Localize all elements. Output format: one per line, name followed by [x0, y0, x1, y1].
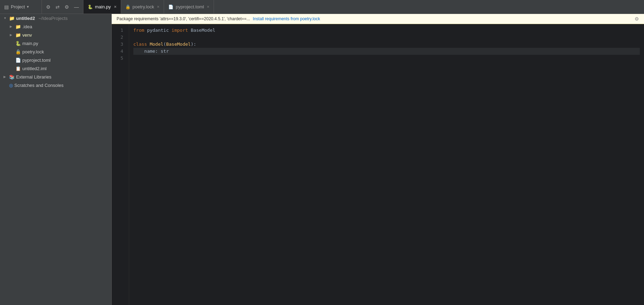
venv-folder-icon: 📁 [15, 32, 21, 38]
sidebar-item-external-libs[interactable]: ▶ 📚 External Libraries [0, 73, 111, 81]
main-py-label: main.py [22, 41, 38, 46]
base-model-ref: BaseModel [166, 41, 191, 48]
idea-label: .idea [22, 24, 32, 29]
idea-folder-icon: 📁 [15, 24, 21, 29]
pkg-banner-text: Package requirements 'attrs==19.3.0', 'c… [117, 16, 250, 21]
external-libs-label: External Libraries [16, 74, 51, 80]
line-num-5: 5 [112, 55, 126, 62]
editor-area: Package requirements 'attrs==19.3.0', 'c… [112, 14, 644, 305]
class-name: Model [150, 41, 163, 48]
code-line-1: from pydantic import BaseModel [133, 27, 640, 34]
tab-pyproject-toml-close[interactable]: ✕ [207, 5, 209, 9]
code-name-attr: name: str [133, 48, 169, 55]
code-line-3: class Model(BaseModel): [133, 41, 640, 48]
untitled2-iml-label: untitled2.iml [22, 66, 46, 71]
poetry-lock-icon: 🔒 [15, 49, 21, 54]
sidebar-item-scratches[interactable]: ◎ Scratches and Consoles [0, 81, 111, 89]
main-content: ▼ 📁 untitled2 ~/IdeaProjects ▶ 📁 .idea ▶… [0, 14, 644, 305]
package-banner: Package requirements 'attrs==19.3.0', 'c… [112, 14, 644, 24]
project-icon: ▤ [4, 4, 9, 10]
root-arrow: ▼ [3, 16, 8, 20]
tab-toml-icon: 📄 [168, 5, 173, 9]
code-line-4: name: str [133, 48, 640, 55]
idea-arrow: ▶ [10, 25, 14, 28]
toolbar-icons: ⚙ ⇄ ⚙ — [42, 0, 83, 14]
tab-pyproject-toml[interactable]: 📄 pyproject.toml ✕ [164, 0, 214, 14]
sidebar-item-pyproject-toml[interactable]: 📄 pyproject.toml [0, 56, 111, 64]
code-content[interactable]: from pydantic import BaseModel class Mod… [129, 24, 640, 305]
project-label: Project [11, 4, 25, 9]
sidebar-root[interactable]: ▼ 📁 untitled2 ~/IdeaProjects [0, 14, 111, 22]
split-icon[interactable]: ⇄ [54, 3, 61, 10]
line-num-4: 4 [112, 48, 126, 55]
minimize-icon[interactable]: — [73, 3, 80, 10]
scratches-label: Scratches and Consoles [14, 83, 64, 88]
tab-poetry-lock-label: poetry.lock [133, 4, 154, 9]
project-menu[interactable]: ▤ Project ▾ [0, 0, 42, 14]
sidebar: ▼ 📁 untitled2 ~/IdeaProjects ▶ 📁 .idea ▶… [0, 14, 112, 305]
tab-main-py-close[interactable]: ✕ [114, 5, 117, 9]
root-path: ~/IdeaProjects [38, 16, 67, 21]
code-editor[interactable]: 1 2 3 4 5 from pydantic import BaseModel… [112, 24, 644, 305]
scrollbar-track[interactable] [640, 24, 644, 305]
pyproject-toml-label: pyproject.toml [22, 58, 51, 63]
line-num-2: 2 [112, 34, 126, 41]
venv-arrow: ▶ [10, 33, 14, 37]
scratches-icon: ◎ [9, 83, 13, 88]
title-bar: ▤ Project ▾ ⚙ ⇄ ⚙ — 🐍 main.py ✕ 🔒 poetry… [0, 0, 644, 14]
line-num-3: 3 [112, 41, 126, 48]
tab-pyproject-toml-label: pyproject.toml [176, 4, 204, 9]
kw-import: import [172, 27, 188, 34]
main-py-icon: 🐍 [15, 41, 21, 46]
kw-from: from [133, 27, 144, 34]
sidebar-item-idea[interactable]: ▶ 📁 .idea [0, 22, 111, 31]
banner-gear-icon[interactable]: ⚙ [635, 16, 639, 22]
sidebar-item-poetry-lock[interactable]: 🔒 poetry.lock [0, 47, 111, 56]
tab-lock-icon: 🔒 [125, 5, 131, 9]
external-libs-icon: 📚 [9, 74, 15, 80]
settings-icon[interactable]: ⚙ [45, 3, 52, 10]
sidebar-item-venv[interactable]: ▶ 📁 venv [0, 31, 111, 39]
line-num-1: 1 [112, 27, 126, 34]
line-numbers: 1 2 3 4 5 [112, 24, 129, 305]
poetry-lock-label: poetry.lock [22, 49, 44, 54]
tab-poetry-lock[interactable]: 🔒 poetry.lock ✕ [121, 0, 164, 14]
venv-label: venv [22, 32, 32, 38]
pyproject-toml-icon: 📄 [15, 58, 21, 63]
tab-poetry-lock-close[interactable]: ✕ [157, 5, 160, 9]
install-requirements-link[interactable]: Install requirements from poetry.lock [253, 16, 320, 21]
code-line-2 [133, 34, 640, 41]
kw-class: class [133, 41, 147, 48]
root-label: untitled2 [16, 16, 35, 21]
root-folder-icon: 📁 [9, 16, 15, 21]
tab-main-py-label: main.py [95, 4, 111, 9]
tabs-bar: 🐍 main.py ✕ 🔒 poetry.lock ✕ 📄 pyproject.… [83, 0, 644, 14]
project-dropdown-icon: ▾ [27, 5, 29, 9]
code-line-5 [133, 55, 640, 62]
config-icon[interactable]: ⚙ [63, 3, 71, 10]
untitled2-iml-icon: 📋 [15, 66, 21, 71]
sidebar-item-main-py[interactable]: 🐍 main.py [0, 39, 111, 47]
sidebar-item-untitled2-iml[interactable]: 📋 untitled2.iml [0, 64, 111, 73]
tab-main-py[interactable]: 🐍 main.py ✕ [83, 0, 121, 14]
external-libs-arrow: ▶ [3, 75, 8, 79]
tab-py-icon: 🐍 [88, 5, 93, 9]
